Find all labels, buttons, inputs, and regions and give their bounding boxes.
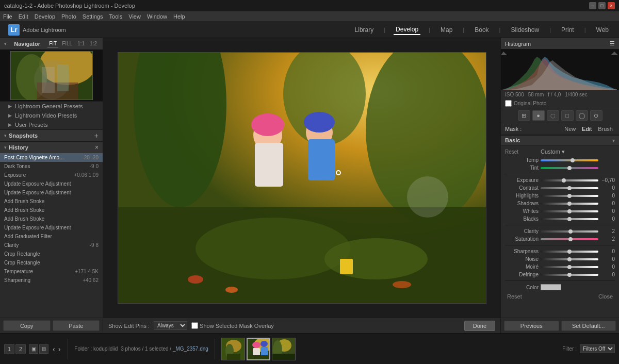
saturation-thumb[interactable] <box>568 237 573 241</box>
preset-lightroom-video[interactable]: ▶ Lightroom Video Presets <box>0 111 103 120</box>
set-default-button[interactable]: Set Default... <box>561 321 616 331</box>
history-item[interactable]: Clarity-9 8 <box>0 241 103 250</box>
grid-single-btn[interactable]: ▣ <box>29 344 38 354</box>
noise-thumb[interactable] <box>567 257 572 261</box>
nav-1to2[interactable]: 1:2 <box>88 40 99 47</box>
preset-user[interactable]: ▶ User Presets <box>0 120 103 129</box>
mask-edit-button[interactable]: Edit <box>580 125 594 133</box>
filmstrip-thumb-2[interactable] <box>247 338 270 360</box>
history-item[interactable]: Exposure+0.06 1.09 <box>0 171 103 179</box>
tone-preset-label[interactable]: Custom ▾ <box>541 148 615 155</box>
mask-pin[interactable] <box>336 170 341 175</box>
menu-file[interactable]: File <box>3 13 12 20</box>
highlights-thumb[interactable] <box>567 194 572 198</box>
snapshots-add-button[interactable]: + <box>94 132 99 139</box>
history-header[interactable]: ▾ History × <box>0 142 103 153</box>
history-item[interactable]: Update Exposure Adjustment <box>0 188 103 197</box>
menu-window[interactable]: Window <box>147 13 167 20</box>
history-item[interactable]: Crop Rectangle <box>0 258 103 267</box>
exposure-track[interactable] <box>541 179 598 181</box>
history-item[interactable]: Update Exposure Adjustment <box>0 223 103 232</box>
filter-select[interactable]: Filters Off Flagged Rated <box>580 344 615 353</box>
contrast-thumb[interactable] <box>567 186 572 190</box>
history-item[interactable]: Update Exposure Adjustment <box>0 179 103 188</box>
nav-web[interactable]: Web <box>594 25 611 35</box>
filmstrip-thumb-3[interactable] <box>272 338 296 360</box>
reset-sliders-button[interactable]: Reset <box>507 293 522 300</box>
nav-fill[interactable]: FILL <box>60 40 74 47</box>
shadows-track[interactable] <box>541 203 598 205</box>
whites-thumb[interactable] <box>567 209 572 213</box>
paste-button[interactable]: Paste <box>53 320 100 331</box>
history-item[interactable]: Post-Crop Vignette Amo...-20 -20 <box>0 153 103 162</box>
menu-edit[interactable]: Edit <box>19 13 28 20</box>
redeye-tool[interactable]: ◌ <box>547 110 559 121</box>
page-2[interactable]: 2 <box>15 344 26 354</box>
exposure-thumb[interactable] <box>562 178 566 183</box>
contrast-track[interactable] <box>541 187 598 189</box>
tint-thumb[interactable] <box>567 166 572 170</box>
history-item[interactable]: Add Brush Stroke <box>0 206 103 214</box>
menu-help[interactable]: Help <box>173 13 185 20</box>
mask-brush-button[interactable]: Brush <box>596 125 615 133</box>
history-item[interactable]: Add Brush Stroke <box>0 197 103 206</box>
minimize-button[interactable]: – <box>589 2 596 9</box>
nav-library[interactable]: Library <box>353 25 376 35</box>
history-item[interactable]: Sharpening+40 62 <box>0 276 103 285</box>
noise-track[interactable] <box>541 258 598 260</box>
filmstrip-thumb-1[interactable] <box>221 338 245 360</box>
reset-label[interactable]: Reset <box>505 149 539 155</box>
blacks-thumb[interactable] <box>567 217 572 221</box>
moire-thumb[interactable] <box>567 265 572 269</box>
nav-print[interactable]: Print <box>559 25 576 35</box>
nav-develop[interactable]: Develop <box>394 25 420 35</box>
maximize-button[interactable]: □ <box>598 2 606 9</box>
sharpness-track[interactable] <box>541 251 598 253</box>
filmstrip-next-arrow[interactable]: › <box>57 345 62 353</box>
highlights-track[interactable] <box>541 195 598 197</box>
history-item[interactable]: Dark Tones-9 0 <box>0 162 103 171</box>
histogram-menu-icon[interactable]: ☰ <box>610 40 615 47</box>
crop-tool[interactable]: ⊞ <box>518 110 530 121</box>
history-item[interactable]: Temperature+171 4.5K <box>0 267 103 276</box>
close-panel-button[interactable]: Close <box>598 293 613 300</box>
history-item[interactable]: Add Brush Stroke <box>0 214 103 223</box>
moire-track[interactable] <box>541 266 598 268</box>
nav-slideshow[interactable]: Slideshow <box>509 25 541 35</box>
original-photo-checkbox[interactable] <box>505 100 512 107</box>
clarity-track[interactable] <box>541 230 598 233</box>
close-button[interactable]: × <box>608 2 615 9</box>
preset-lightroom-general[interactable]: ▶ Lightroom General Presets <box>0 102 103 111</box>
tint-track[interactable] <box>541 167 598 169</box>
saturation-track[interactable] <box>541 238 598 240</box>
copy-button[interactable]: Copy <box>3 320 51 331</box>
menu-view[interactable]: View <box>128 13 141 20</box>
defringe-thumb[interactable] <box>567 273 572 277</box>
snapshots-header[interactable]: ▾ Snapshots + <box>0 130 103 141</box>
page-1[interactable]: 1 <box>4 344 14 354</box>
radial-filter-tool[interactable]: ◯ <box>576 110 588 121</box>
show-mask-checkbox[interactable] <box>191 322 198 329</box>
shadows-thumb[interactable] <box>567 202 572 206</box>
grid-multi-btn[interactable]: ⊞ <box>39 344 48 354</box>
previous-button[interactable]: Previous <box>504 321 559 331</box>
color-chip[interactable] <box>541 284 561 290</box>
spot-remove-tool[interactable]: ● <box>532 110 545 121</box>
edit-pins-select[interactable]: Always Auto Selected Never <box>154 321 187 330</box>
basic-section-header[interactable]: Basic ▾ <box>501 135 619 145</box>
nav-1to1[interactable]: 1:1 <box>76 40 86 47</box>
history-item[interactable]: Add Graduated Filter <box>0 232 103 241</box>
sharpness-thumb[interactable] <box>567 250 572 254</box>
menu-settings[interactable]: Settings <box>83 13 103 20</box>
nav-book[interactable]: Book <box>473 25 491 35</box>
blacks-track[interactable] <box>541 218 598 220</box>
temp-thumb[interactable] <box>571 158 575 162</box>
filmstrip-prev-arrow[interactable]: ‹ <box>52 345 56 353</box>
menu-develop[interactable]: Develop <box>35 13 55 20</box>
done-button[interactable]: Done <box>464 321 495 331</box>
menu-tools[interactable]: Tools <box>109 13 123 20</box>
graduated-filter-tool[interactable]: □ <box>561 110 574 121</box>
temp-track[interactable] <box>541 159 598 161</box>
nav-fit[interactable]: FIT <box>47 40 58 47</box>
menu-photo[interactable]: Photo <box>61 13 76 20</box>
